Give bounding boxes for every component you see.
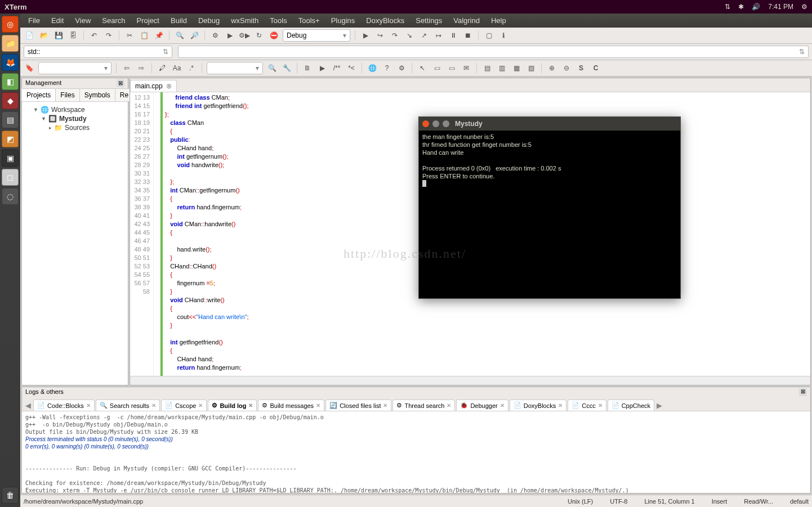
stop-icon[interactable]: ⏹: [462, 30, 474, 41]
sound-icon[interactable]: 🔊: [752, 3, 760, 11]
minimize-icon[interactable]: [432, 120, 439, 127]
find-combo[interactable]: ▾: [207, 62, 263, 74]
close-icon[interactable]: [422, 120, 429, 127]
menu-build[interactable]: Build: [165, 16, 193, 25]
tab-files[interactable]: Files: [55, 88, 79, 101]
redo-icon[interactable]: ↷: [103, 30, 114, 41]
html-icon[interactable]: 🌐: [367, 62, 378, 74]
menu-file[interactable]: File: [23, 16, 46, 25]
close-icon[interactable]: ⊠: [117, 79, 124, 87]
abort-icon[interactable]: ⛔: [268, 30, 279, 41]
log-tab-thread[interactable]: ⚙ Thread search ✕: [392, 400, 455, 411]
prefs-icon[interactable]: ⚙: [396, 62, 407, 74]
log-tab-debugger[interactable]: 🐞 Debugger ✕: [456, 400, 508, 411]
maximize-icon[interactable]: [443, 120, 449, 127]
trash-icon[interactable]: 🗑: [2, 487, 19, 504]
terminal-output[interactable]: the man finget nunber is:5 thr firned fu…: [419, 131, 680, 191]
tab-symbols[interactable]: Symbols: [79, 88, 115, 101]
help-icon[interactable]: ?: [381, 62, 392, 74]
build-run-icon[interactable]: ⚙▶: [239, 30, 250, 41]
run-icon[interactable]: ▶: [224, 30, 235, 41]
paste-icon[interactable]: 📌: [153, 30, 164, 41]
menu-doxyblocks[interactable]: DoxyBlocks: [360, 16, 410, 25]
fold-margin[interactable]: [154, 92, 160, 376]
editor-tab[interactable]: main.cpp⊗: [130, 80, 177, 92]
menu-tools[interactable]: Tools: [264, 16, 292, 25]
gear-icon[interactable]: ⚙: [801, 3, 807, 11]
menu-debug[interactable]: Debug: [193, 16, 225, 25]
doxy-icon[interactable]: 🗎: [302, 62, 313, 74]
bluetooth-icon[interactable]: ✱: [738, 3, 744, 11]
scope-combo[interactable]: std::⇅: [24, 46, 172, 58]
layout2-icon[interactable]: ▥: [496, 62, 507, 74]
menu-toolsplus[interactable]: Tools+: [293, 16, 325, 25]
open-icon[interactable]: 📂: [38, 30, 50, 41]
close-icon[interactable]: ⊠: [799, 388, 807, 396]
menu-project[interactable]: Project: [131, 16, 165, 25]
cut-icon[interactable]: ✂: [124, 30, 135, 41]
next-instr-icon[interactable]: ↦: [433, 30, 444, 41]
save-icon[interactable]: 💾: [53, 30, 64, 41]
mail-icon[interactable]: ✉: [461, 62, 472, 74]
step-over-icon[interactable]: ↷: [389, 30, 400, 41]
debug-run-icon[interactable]: ▶: [360, 30, 371, 41]
s-icon[interactable]: S: [575, 62, 587, 74]
save-all-icon[interactable]: 🗄: [68, 30, 79, 41]
zoom-out-icon[interactable]: ⊖: [561, 62, 572, 74]
copy-icon[interactable]: 📋: [139, 30, 150, 41]
terminal-icon[interactable]: ▣: [2, 150, 19, 167]
info-icon[interactable]: ℹ: [498, 30, 509, 41]
menu-help[interactable]: Help: [485, 16, 512, 25]
bookmark-icon[interactable]: 🔖: [24, 62, 35, 74]
terminal-titlebar[interactable]: Mystudy: [419, 117, 680, 131]
log-tab-cscope[interactable]: 📄 Cscope ✕: [161, 400, 207, 411]
log-tab-search[interactable]: 🔍 Search results ✕: [96, 400, 160, 411]
regex-icon[interactable]: .*: [186, 62, 197, 74]
select-icon[interactable]: ↖: [417, 62, 428, 74]
log-tab-closed[interactable]: 🔄 Closed files list ✕: [325, 400, 391, 411]
find-icon[interactable]: 🔍: [174, 30, 185, 41]
replace-icon[interactable]: 🔎: [189, 30, 200, 41]
files-icon[interactable]: 📁: [2, 35, 19, 52]
debug-windows-icon[interactable]: ▢: [483, 30, 494, 41]
tree-project[interactable]: ▼🔲 Mystudy: [25, 114, 124, 123]
rect-icon[interactable]: ▭: [431, 62, 443, 74]
debug-continue-icon[interactable]: ↪: [374, 30, 386, 41]
comment-line-icon[interactable]: *<: [346, 62, 357, 74]
menu-edit[interactable]: Edit: [46, 16, 69, 25]
c-icon[interactable]: C: [590, 62, 601, 74]
app-icon[interactable]: ◆: [2, 92, 19, 109]
log-tab-cppcheck[interactable]: 📄 CppCheck: [608, 400, 654, 411]
match-case-icon[interactable]: Aa: [171, 62, 182, 74]
rect2-icon[interactable]: ▭: [446, 62, 457, 74]
app-icon[interactable]: ◩: [2, 131, 19, 147]
build-log-output[interactable]: g++ -Wall -fexceptions -g -c /home/dream…: [22, 411, 810, 493]
tab-projects[interactable]: Projects: [21, 88, 56, 101]
log-tab-cccc[interactable]: 📄 Cccc ✕: [568, 400, 606, 411]
menu-valgrind[interactable]: Valgrind: [448, 16, 485, 25]
highlight-icon[interactable]: 🖍: [157, 62, 168, 74]
layout4-icon[interactable]: ▧: [525, 62, 537, 74]
app-icon[interactable]: ◌: [2, 188, 19, 205]
menu-wxsmith[interactable]: wxSmith: [225, 16, 264, 25]
dash-icon[interactable]: ◎: [2, 16, 19, 33]
log-tab-buildlog[interactable]: ⚙ Build log ✕: [208, 400, 257, 411]
search-combo[interactable]: ▾: [38, 62, 111, 74]
prev-icon[interactable]: ⇦: [121, 62, 132, 74]
undo-icon[interactable]: ↶: [88, 30, 100, 41]
rebuild-icon[interactable]: ↻: [253, 30, 265, 41]
menu-view[interactable]: View: [69, 16, 96, 25]
log-tab-doxy[interactable]: 📄 DoxyBlocks ✕: [510, 400, 566, 411]
build-icon[interactable]: ⚙: [209, 30, 221, 41]
terminal-window[interactable]: Mystudy the man finget nunber is:5 thr f…: [418, 116, 681, 299]
options-icon[interactable]: 🔧: [281, 62, 292, 74]
break-icon[interactable]: ⏸: [448, 30, 459, 41]
log-tab-buildmsg[interactable]: ⚙ Build messages ✕: [258, 400, 324, 411]
new-file-icon[interactable]: 📄: [24, 30, 35, 41]
doxy-run-icon[interactable]: ▶: [316, 62, 328, 74]
tree-sources[interactable]: ▸📁 Sources: [25, 123, 124, 132]
layout1-icon[interactable]: ▤: [481, 62, 493, 74]
scroll-left-icon[interactable]: ◀: [24, 401, 32, 410]
zoom-in-icon[interactable]: ⊕: [546, 62, 557, 74]
network-indicator-icon[interactable]: ⇅: [725, 3, 730, 11]
